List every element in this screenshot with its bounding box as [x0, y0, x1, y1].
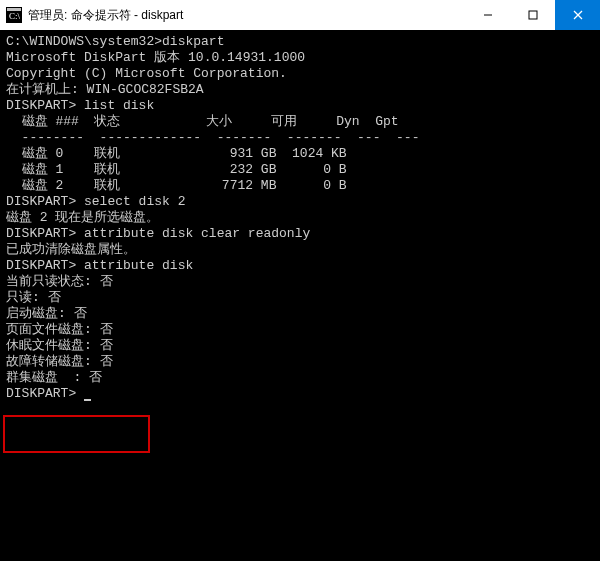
console-line: DISKPART>	[6, 386, 594, 402]
window-controls	[465, 0, 600, 30]
console-line: 磁盘 2 现在是所选磁盘。	[6, 210, 594, 226]
console-output[interactable]: C:\WINDOWS\system32>diskpartMicrosoft Di…	[0, 30, 600, 561]
minimize-button[interactable]	[465, 0, 510, 30]
console-line: 启动磁盘: 否	[6, 306, 594, 322]
console-line: 已成功清除磁盘属性。	[6, 242, 594, 258]
cmd-window: C:\ 管理员: 命令提示符 - diskpart C:\WINDOWS\sys…	[0, 0, 600, 561]
cursor	[84, 387, 91, 401]
titlebar[interactable]: C:\ 管理员: 命令提示符 - diskpart	[0, 0, 600, 30]
svg-rect-4	[529, 11, 537, 19]
console-line: Microsoft DiskPart 版本 10.0.14931.1000	[6, 50, 594, 66]
console-line: C:\WINDOWS\system32>diskpart	[6, 34, 594, 50]
titlebar-left: C:\ 管理员: 命令提示符 - diskpart	[6, 7, 183, 24]
console-line: 群集磁盘 : 否	[6, 370, 594, 386]
cmd-icon: C:\	[6, 7, 22, 23]
console-line: DISKPART> list disk	[6, 98, 594, 114]
close-button[interactable]	[555, 0, 600, 30]
console-line: 休眠文件磁盘: 否	[6, 338, 594, 354]
console-line: DISKPART> attribute disk clear readonly	[6, 226, 594, 242]
console-line: 在计算机上: WIN-GCOC82FSB2A	[6, 82, 594, 98]
console-line: -------- ------------- ------- ------- -…	[6, 130, 594, 146]
console-line: DISKPART> attribute disk	[6, 258, 594, 274]
console-line: 只读: 否	[6, 290, 594, 306]
console-line: 故障转储磁盘: 否	[6, 354, 594, 370]
console-line: 当前只读状态: 否	[6, 274, 594, 290]
console-line: Copyright (C) Microsoft Corporation.	[6, 66, 594, 82]
console-line: DISKPART> select disk 2	[6, 194, 594, 210]
console-line: 磁盘 1 联机 232 GB 0 B	[6, 162, 594, 178]
console-line: 磁盘 0 联机 931 GB 1024 KB	[6, 146, 594, 162]
console-line: 磁盘 ### 状态 大小 可用 Dyn Gpt	[6, 114, 594, 130]
svg-text:C:\: C:\	[9, 11, 21, 21]
console-line: 磁盘 2 联机 7712 MB 0 B	[6, 178, 594, 194]
console-line: 页面文件磁盘: 否	[6, 322, 594, 338]
window-title: 管理员: 命令提示符 - diskpart	[28, 7, 183, 24]
maximize-button[interactable]	[510, 0, 555, 30]
